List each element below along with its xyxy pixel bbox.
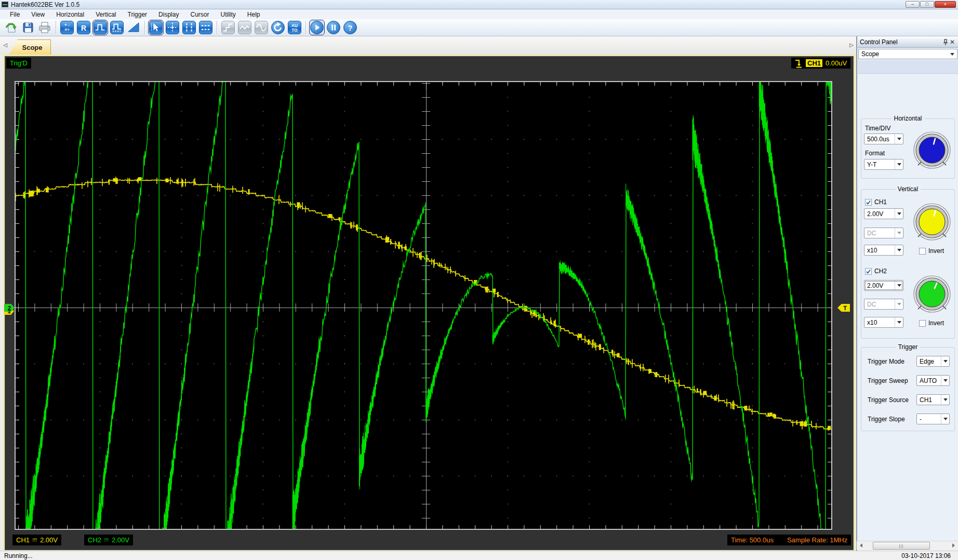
scroll-right-icon[interactable]: [949, 541, 958, 550]
print-button[interactable]: [37, 20, 52, 35]
menu-utility[interactable]: Utility: [215, 10, 241, 19]
cross-icon: [166, 21, 179, 34]
ch1-label: CH1: [16, 536, 30, 544]
hbars-icon: [199, 21, 212, 34]
panel-mode-value: Scope: [861, 50, 879, 58]
control-panel-header: Control Panel ✕: [858, 36, 958, 48]
ch1-enable-checkbox[interactable]: CH1: [865, 198, 887, 206]
ch1-volts-select[interactable]: 2.00V: [864, 208, 903, 219]
waveform-average-button[interactable]: [110, 20, 124, 35]
step-wave-button[interactable]: [221, 20, 235, 35]
close-button[interactable]: ×: [935, 1, 956, 8]
help-icon: ?: [343, 21, 357, 34]
close-panel-icon[interactable]: ✕: [949, 38, 956, 46]
menu-display[interactable]: Display: [153, 10, 184, 19]
tab-scroll-left-icon[interactable]: ◁: [2, 41, 9, 49]
trigger-sweep-select[interactable]: AUTO: [916, 375, 950, 386]
toolbar: + -×÷RAUTO?: [0, 19, 958, 36]
menu-view[interactable]: View: [25, 10, 50, 19]
ch1-invert-checkbox[interactable]: Invert: [919, 247, 944, 255]
cursor-cross-button[interactable]: [165, 20, 180, 35]
cursor-arrow-button[interactable]: [149, 20, 163, 35]
ch2-enable-checkbox[interactable]: CH2: [865, 268, 887, 275]
trigger-row-label: Trigger Slope: [868, 416, 905, 423]
ramp-button[interactable]: [126, 20, 141, 35]
trigger-group: Trigger Trigger ModeEdgeTrigger SweepAUT…: [861, 347, 955, 431]
trigger-slope-select[interactable]: -: [916, 414, 950, 424]
scroll-left-icon[interactable]: [857, 541, 866, 550]
menu-horizontal[interactable]: Horizontal: [50, 10, 90, 19]
menu-cursor[interactable]: Cursor: [184, 10, 215, 19]
ch2-readout: CH2 2.00V: [84, 535, 133, 545]
cursor-vertical-button[interactable]: [182, 20, 196, 35]
trigger-row-label: Trigger Sweep: [868, 377, 908, 384]
trigger-level-value: 0.00uV: [826, 59, 847, 67]
ch1-probe-select[interactable]: x10: [864, 245, 903, 256]
dc-coupling-icon: [32, 538, 37, 542]
auto-icon: AUTO: [288, 21, 301, 34]
tab-scroll-right-icon[interactable]: ▷: [848, 41, 855, 49]
waveform-canvas: [16, 82, 831, 529]
pulse-icon: [94, 21, 107, 34]
maximize-button[interactable]: □: [920, 1, 934, 8]
step-icon: [221, 21, 235, 34]
time-div-label: Time/DIV: [865, 125, 891, 132]
zigzag-wave-button[interactable]: [237, 20, 252, 35]
ref-icon: R: [77, 21, 90, 34]
cursor-icon: [149, 21, 163, 34]
math-button[interactable]: + -×÷: [60, 20, 74, 35]
panel-scrollbar[interactable]: [857, 541, 958, 550]
ch2-volts-select[interactable]: 2.00V: [864, 280, 903, 291]
ch2-position-knob[interactable]: [913, 275, 951, 317]
format-select[interactable]: Y-T: [864, 159, 903, 170]
ch1-position-knob[interactable]: [913, 203, 951, 245]
refresh-button[interactable]: [271, 20, 285, 35]
menu-bar: FileViewHorizontalVerticalTriggerDisplay…: [0, 10, 958, 19]
pulse2-icon: [110, 21, 124, 34]
menu-trigger[interactable]: Trigger: [122, 10, 153, 19]
vertical-group-title: Vertical: [895, 185, 921, 193]
menu-file[interactable]: File: [4, 10, 25, 19]
horizontal-knob[interactable]: [913, 131, 951, 174]
open-button[interactable]: [4, 20, 19, 35]
trigger-mode-select[interactable]: Edge: [916, 356, 950, 367]
sine-wave-button[interactable]: [254, 20, 269, 35]
ch2-invert-checkbox[interactable]: Invert: [919, 319, 944, 327]
panel-mode-select[interactable]: Scope: [858, 49, 957, 59]
help-button[interactable]: ?: [343, 20, 357, 35]
reference-button[interactable]: R: [76, 20, 91, 35]
trigger-level-readout: CH1 0.00uV: [791, 58, 850, 69]
cursor-horizontal-button[interactable]: [198, 20, 213, 35]
waveform-normal-button[interactable]: [93, 20, 108, 35]
window-title: Hantek6022BE Ver 1.0.5: [11, 1, 79, 8]
pause-icon: [327, 21, 340, 34]
pin-icon[interactable]: [942, 38, 949, 46]
ch2-coupling-select[interactable]: DC: [864, 299, 903, 310]
minimize-button[interactable]: –: [906, 1, 920, 8]
trigger-status-readout: Trig'D: [6, 58, 31, 69]
ch1-coupling-select[interactable]: DC: [864, 228, 903, 238]
horizontal-group-title: Horizontal: [891, 115, 924, 122]
toolbar-separator: [56, 21, 56, 34]
ch2-probe-select[interactable]: x10: [864, 317, 903, 328]
control-panel: Control Panel ✕ Scope Horizontal Time/DI…: [858, 36, 958, 552]
pause-button[interactable]: [326, 20, 341, 35]
math-icon: + -×÷: [60, 21, 74, 34]
save-button[interactable]: [21, 20, 35, 35]
ch1-readout: CH1 2.00V: [12, 535, 61, 545]
auto-set-button[interactable]: AUTO: [287, 20, 302, 35]
vbars-icon: [182, 21, 196, 34]
ch2-label: CH2: [88, 536, 101, 544]
tab-scope[interactable]: Scope: [9, 39, 51, 55]
refresh-icon: [271, 21, 285, 34]
chevron-down-icon: [897, 163, 901, 166]
scrollbar-thumb[interactable]: [873, 542, 930, 550]
status-datetime: 03-10-2017 13:06: [901, 552, 951, 559]
start-button[interactable]: [310, 20, 324, 35]
trigger-source-select[interactable]: CH1: [916, 394, 950, 405]
menu-help[interactable]: Help: [242, 10, 266, 19]
time-div-select[interactable]: 500.0us: [864, 134, 903, 144]
scope-screen[interactable]: [15, 81, 832, 530]
menu-vertical[interactable]: Vertical: [90, 10, 122, 19]
tab-scope-label: Scope: [18, 44, 42, 51]
